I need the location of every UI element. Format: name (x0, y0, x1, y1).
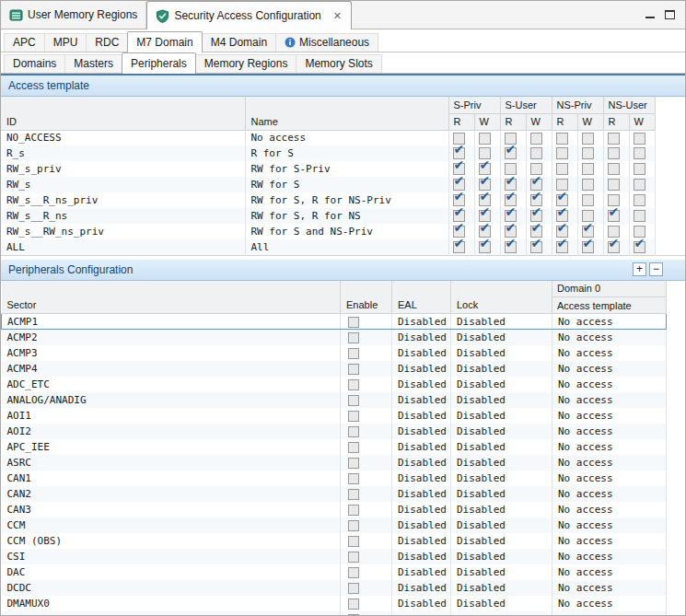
tab-apc[interactable]: APC (4, 33, 45, 52)
access-checkbox[interactable] (556, 133, 568, 145)
access-checkbox[interactable] (453, 133, 465, 145)
access-checkbox[interactable]: ✔ (479, 226, 491, 238)
access-checkbox[interactable] (582, 210, 594, 222)
lock-cell[interactable]: Disabled (451, 408, 552, 424)
access-checkbox[interactable]: ✔ (479, 210, 491, 222)
access-checkbox[interactable] (582, 194, 594, 206)
access-checkbox[interactable]: ✔ (556, 194, 568, 206)
access-checkbox[interactable]: ✔ (556, 226, 568, 238)
access-template-row[interactable]: RW_s__RW_ns_privRW for S and NS-Priv✔✔✔✔… (1, 224, 686, 239)
tab-masters[interactable]: Masters (64, 54, 122, 73)
peripheral-row[interactable]: CCMDisabledDisabledNo access (2, 517, 686, 533)
eal-cell[interactable]: Disabled (392, 502, 451, 517)
eal-cell[interactable]: Disabled (392, 455, 451, 471)
eal-cell[interactable]: Disabled (392, 439, 451, 455)
access-checkbox[interactable] (479, 147, 491, 159)
access-checkbox[interactable] (582, 147, 594, 159)
access-checkbox[interactable]: ✔ (453, 210, 465, 222)
peripheral-row[interactable]: ACMP4DisabledDisabledNo access (2, 361, 686, 377)
lock-cell[interactable]: Disabled (451, 345, 552, 361)
tab-security-access-configuration[interactable]: Security Access Configuration ✕ (146, 1, 352, 29)
access-checkbox[interactable] (634, 133, 645, 145)
tab-miscellaneous[interactable]: Miscellaneous (275, 33, 378, 52)
peripheral-row[interactable]: ACMP1DisabledDisabledNo access (2, 314, 686, 330)
access-checkbox[interactable]: ✔ (505, 241, 517, 253)
enable-checkbox[interactable] (348, 489, 359, 500)
lock-cell[interactable]: Disabled (451, 533, 552, 549)
access-checkbox[interactable]: ✔ (505, 226, 517, 238)
enable-checkbox[interactable] (348, 317, 359, 328)
peripheral-row[interactable]: DMAMUX0DisabledDisabledNo access (2, 596, 686, 611)
access-template-cell[interactable]: No access (552, 580, 667, 596)
eal-cell[interactable]: Disabled (392, 471, 451, 486)
access-checkbox[interactable]: ✔ (582, 241, 594, 253)
eal-cell[interactable]: Disabled (392, 549, 451, 564)
lock-cell[interactable]: Disabled (451, 330, 552, 345)
lock-cell[interactable]: Disabled (451, 596, 552, 611)
access-checkbox[interactable] (634, 163, 645, 175)
tab-user-memory-regions[interactable]: User Memory Regions (1, 1, 146, 29)
lock-cell[interactable]: Disabled (451, 314, 552, 330)
access-template-row[interactable]: R_sR for S✔✔ (1, 145, 686, 161)
tab-memory-slots[interactable]: Memory Slots (296, 54, 381, 73)
close-icon[interactable]: ✕ (332, 10, 343, 22)
access-checkbox[interactable]: ✔ (453, 194, 465, 206)
lock-cell[interactable]: Disabled (451, 439, 552, 455)
access-checkbox[interactable] (634, 210, 645, 222)
expand-button[interactable]: + (633, 262, 646, 276)
enable-checkbox[interactable] (348, 426, 359, 437)
access-checkbox[interactable] (556, 163, 568, 175)
enable-checkbox[interactable] (348, 567, 359, 578)
enable-checkbox[interactable] (348, 364, 359, 375)
eal-cell[interactable]: Disabled (392, 517, 451, 533)
access-checkbox[interactable]: ✔ (505, 210, 517, 222)
tab-rdc[interactable]: RDC (86, 33, 128, 52)
access-template-row[interactable]: RW_s__R_ns_privRW for S, R for NS-Priv✔✔… (1, 192, 686, 208)
access-template-cell[interactable]: No access (552, 330, 667, 345)
access-checkbox[interactable] (556, 147, 568, 159)
access-checkbox[interactable]: ✔ (453, 179, 465, 191)
lock-cell[interactable]: Disabled (451, 564, 552, 580)
access-checkbox[interactable] (505, 163, 517, 175)
access-template-row[interactable]: ALLAll✔✔✔✔✔✔✔✔ (1, 239, 686, 255)
peripheral-row[interactable]: CAN3DisabledDisabledNo access (2, 502, 686, 517)
eal-cell[interactable]: Disabled (392, 564, 451, 580)
access-checkbox[interactable] (582, 163, 594, 175)
access-template-cell[interactable]: No access (552, 345, 667, 361)
eal-cell[interactable]: Disabled (392, 314, 451, 330)
access-checkbox[interactable]: ✔ (479, 179, 491, 191)
lock-cell[interactable]: Disabled (451, 549, 552, 564)
access-checkbox[interactable]: ✔ (453, 241, 465, 253)
access-checkbox[interactable] (608, 163, 620, 175)
access-template-cell[interactable]: No access (552, 408, 667, 424)
access-checkbox[interactable] (608, 194, 620, 206)
tab-m7-domain[interactable]: M7 Domain (127, 31, 202, 52)
enable-checkbox[interactable] (348, 442, 359, 453)
access-template-cell[interactable]: No access (552, 377, 667, 392)
access-template-cell[interactable]: No access (552, 471, 667, 486)
access-checkbox[interactable] (634, 147, 645, 159)
tab-domains[interactable]: Domains (4, 54, 65, 73)
access-checkbox[interactable] (530, 133, 542, 145)
peripheral-row[interactable]: DACDisabledDisabledNo access (2, 564, 686, 580)
enable-checkbox[interactable] (348, 536, 359, 547)
lock-cell[interactable]: Disabled (451, 502, 552, 517)
peripheral-row[interactable] (2, 611, 686, 616)
enable-checkbox[interactable] (348, 332, 359, 343)
peripheral-row[interactable]: DCDCDisabledDisabledNo access (2, 580, 686, 596)
access-checkbox[interactable]: ✔ (479, 194, 491, 206)
access-checkbox[interactable]: ✔ (505, 194, 517, 206)
access-template-row[interactable]: RW_sRW for S✔✔✔✔ (1, 177, 686, 192)
lock-cell[interactable]: Disabled (451, 455, 552, 471)
access-checkbox[interactable]: ✔ (582, 226, 594, 238)
maximize-icon[interactable] (665, 10, 675, 19)
lock-cell[interactable] (451, 611, 552, 616)
access-checkbox[interactable]: ✔ (453, 226, 465, 238)
access-checkbox[interactable]: ✔ (608, 241, 620, 253)
lock-cell[interactable]: Disabled (451, 580, 552, 596)
access-checkbox[interactable] (505, 133, 517, 145)
peripheral-row[interactable]: CAN2DisabledDisabledNo access (2, 486, 686, 502)
access-template-cell[interactable]: No access (552, 502, 667, 517)
access-template-row[interactable]: RW_s__R_nsRW for S, R for NS✔✔✔✔✔✔ (1, 208, 686, 224)
eal-cell[interactable]: Disabled (392, 486, 451, 502)
